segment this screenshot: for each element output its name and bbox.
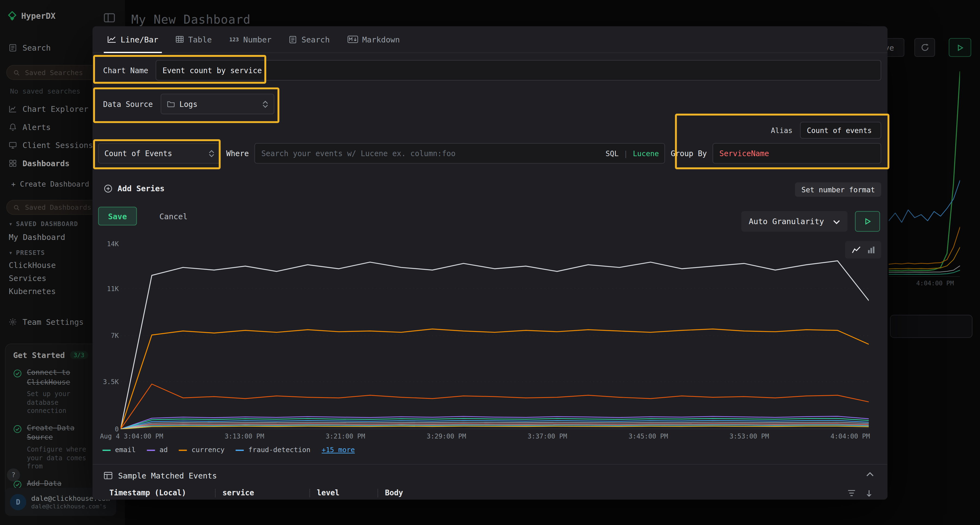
x-tick-label: 4:04:00 PM bbox=[830, 432, 870, 440]
y-tick-label: 0 bbox=[115, 425, 119, 433]
run-query-button[interactable] bbox=[855, 211, 880, 232]
legend-item-ad[interactable]: ad bbox=[147, 446, 168, 454]
x-tick-label: Aug 4 3:04:00 PM bbox=[100, 432, 163, 440]
cancel-button[interactable]: Cancel bbox=[159, 211, 188, 220]
y-tick-label: 7K bbox=[111, 332, 119, 339]
main-chart[interactable] bbox=[121, 243, 869, 429]
main-chart-svg bbox=[121, 243, 869, 429]
alias-input[interactable] bbox=[800, 122, 881, 139]
chart-name-label: Chart Name bbox=[98, 66, 156, 75]
x-tick-label: 3:29:00 PM bbox=[426, 432, 466, 440]
x-tick-label: 3:37:00 PM bbox=[528, 432, 567, 440]
add-series-button[interactable]: Add Series bbox=[104, 184, 164, 193]
chevron-updown-icon bbox=[262, 100, 268, 108]
tab-line-bar[interactable]: Line/Bar bbox=[99, 26, 167, 52]
legend-show-more-link[interactable]: +15 more bbox=[322, 446, 355, 454]
query-language-toggle: SQL | Lucene bbox=[606, 143, 659, 164]
app-root: HyperDX Search No saved searches Chart E… bbox=[0, 0, 980, 525]
data-source-row: Data Source Logs bbox=[98, 94, 274, 114]
x-tick-label: 3:13:00 PM bbox=[224, 432, 264, 440]
series-row: Count of Events Where SQL | Lucene Group… bbox=[98, 143, 881, 164]
chart-name-row: Chart Name bbox=[98, 60, 881, 81]
set-number-format-button[interactable]: Set number format bbox=[795, 182, 881, 197]
y-tick-label: 3.5K bbox=[103, 378, 119, 385]
legend-item-currency[interactable]: currency bbox=[179, 446, 224, 454]
line-chart-toggle-icon[interactable] bbox=[851, 246, 860, 254]
chart-name-input[interactable] bbox=[156, 60, 881, 81]
data-source-label: Data Source bbox=[98, 100, 161, 108]
y-tick-label: 11K bbox=[107, 285, 119, 292]
column-header-body[interactable]: Body bbox=[385, 488, 522, 497]
sql-toggle[interactable]: SQL bbox=[606, 149, 619, 158]
events-table-header: Timestamp (Local)servicelevelBody bbox=[110, 488, 523, 497]
folder-icon bbox=[167, 100, 175, 108]
divider bbox=[92, 464, 888, 465]
collapse-section-icon[interactable] bbox=[866, 472, 874, 477]
sample-events-header: Sample Matched Events bbox=[104, 471, 217, 480]
tab-number-icon: 123 bbox=[229, 36, 239, 43]
table-icon bbox=[104, 471, 113, 480]
add-circle-icon bbox=[104, 184, 113, 193]
sort-descending-icon[interactable] bbox=[865, 490, 872, 497]
tab-linebar-icon bbox=[108, 36, 116, 43]
chart-type-tabs: Line/BarTable123NumberSearchMarkdown bbox=[92, 26, 888, 53]
where-label: Where bbox=[226, 149, 249, 158]
group-by-input[interactable] bbox=[713, 143, 881, 164]
x-tick-label: 3:45:00 PM bbox=[628, 432, 668, 440]
where-search-input[interactable] bbox=[255, 143, 665, 164]
tab-table[interactable]: Table bbox=[167, 26, 221, 52]
lucene-toggle[interactable]: Lucene bbox=[633, 149, 659, 158]
x-tick-label: 3:53:00 PM bbox=[730, 432, 769, 440]
filter-icon[interactable] bbox=[848, 490, 856, 497]
group-by-label: Group By bbox=[671, 149, 707, 158]
where-input-wrap: SQL | Lucene bbox=[255, 143, 665, 164]
column-header-level[interactable]: level bbox=[317, 488, 371, 497]
y-tick-label: 14K bbox=[107, 240, 119, 247]
legend-item-email[interactable]: email bbox=[103, 446, 136, 454]
alias-row: Alias bbox=[771, 122, 881, 139]
column-separator bbox=[377, 489, 378, 497]
column-separator bbox=[215, 489, 216, 497]
legend-swatch bbox=[179, 449, 187, 451]
data-source-select[interactable]: Logs bbox=[161, 94, 274, 114]
events-table-tools bbox=[848, 490, 872, 497]
save-button[interactable]: Save bbox=[98, 207, 137, 225]
tab-number[interactable]: 123Number bbox=[221, 26, 280, 52]
granularity-select[interactable]: Auto Granularity bbox=[741, 211, 848, 232]
tab-table-icon bbox=[176, 36, 184, 43]
alias-label: Alias bbox=[771, 126, 792, 135]
x-tick-label: 3:21:00 PM bbox=[326, 432, 365, 440]
legend-swatch bbox=[236, 449, 244, 451]
chart-legend: emailadcurrencyfraud-detection+15 more bbox=[103, 446, 355, 454]
main-chart-y-axis: 14K11K7K3.5K0 bbox=[99, 243, 119, 429]
main-chart-x-axis: Aug 4 3:04:00 PM3:13:00 PM3:21:00 PM3:29… bbox=[100, 432, 870, 440]
legend-swatch bbox=[103, 449, 111, 451]
tab-search-icon bbox=[289, 35, 297, 43]
play-icon bbox=[864, 218, 871, 225]
edit-chart-modal: Line/BarTable123NumberSearchMarkdown Cha… bbox=[92, 26, 888, 500]
column-header-service[interactable]: service bbox=[223, 488, 302, 497]
tab-markdown[interactable]: Markdown bbox=[338, 26, 409, 52]
chevron-down-icon bbox=[833, 217, 840, 226]
legend-swatch bbox=[147, 449, 155, 451]
save-cancel-row: Save Cancel bbox=[98, 207, 188, 225]
tab-search[interactable]: Search bbox=[280, 26, 338, 52]
chart-display-toggle bbox=[845, 241, 881, 259]
tab-markdown-icon bbox=[347, 36, 358, 43]
chevron-updown-icon bbox=[209, 150, 215, 157]
column-header-timestamp-local[interactable]: Timestamp (Local) bbox=[110, 488, 208, 497]
column-separator bbox=[309, 489, 310, 497]
aggregation-select[interactable]: Count of Events bbox=[98, 143, 221, 164]
bar-chart-toggle-icon[interactable] bbox=[867, 246, 875, 254]
legend-item-fraud-detection[interactable]: fraud-detection bbox=[236, 446, 310, 454]
